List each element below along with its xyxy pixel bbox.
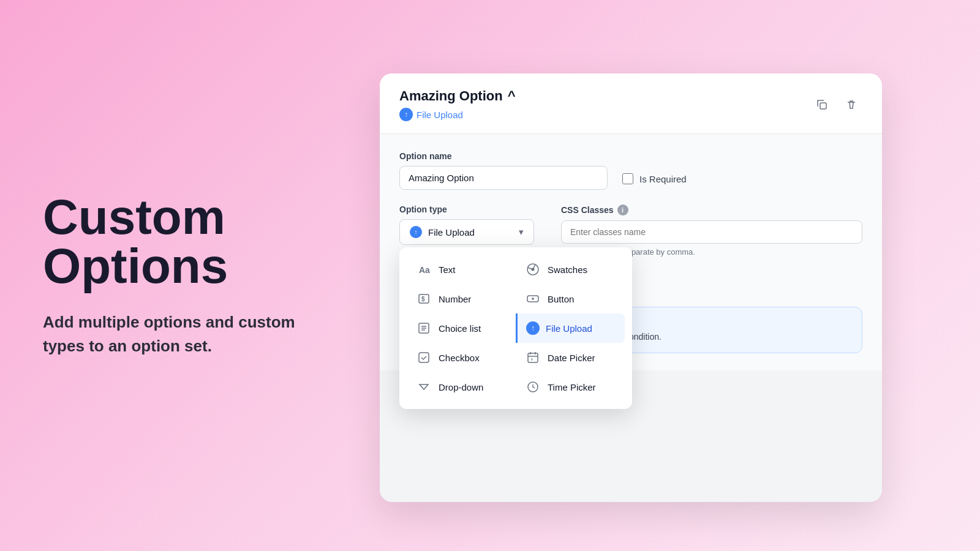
card-body: Option name Is Required Option type ↑ Fi… — [380, 134, 882, 370]
number-icon: $ — [415, 290, 432, 307]
drop-down-icon — [415, 378, 432, 395]
checkbox-icon — [415, 349, 432, 366]
left-panel: Custom Options Add multiple options and … — [0, 0, 380, 551]
svg-text:$: $ — [421, 296, 425, 302]
svg-rect-11 — [419, 353, 429, 362]
dropdown-item-choice-list[interactable]: Choice list — [407, 313, 516, 343]
hero-description: Add multiple options and custom types to… — [43, 310, 337, 358]
button-icon — [524, 290, 541, 307]
card-header-left: Amazing Option ^ ↑ File Upload — [399, 88, 516, 121]
file-upload-icon: ↑ — [526, 321, 540, 335]
option-type-section: Option type ↑ File Upload ▾ Aa — [399, 204, 546, 245]
dropdown-item-text[interactable]: Aa Text — [407, 255, 516, 284]
css-classes-input[interactable] — [561, 220, 862, 244]
is-required-group: Is Required — [622, 151, 687, 184]
dropdown-item-file-upload-label: File Upload — [546, 323, 592, 334]
dropdown-item-file-upload[interactable]: ↑ File Upload — [516, 313, 625, 343]
svg-marker-16 — [420, 384, 428, 389]
option-name-input[interactable] — [399, 166, 608, 190]
chevron-down-icon: ▾ — [519, 227, 524, 238]
upload-badge-icon: ↑ — [399, 108, 413, 121]
dropdown-item-number-label: Number — [439, 294, 471, 304]
dropdown-item-time-picker[interactable]: Time Picker — [516, 372, 625, 402]
choice-list-icon — [415, 320, 432, 337]
time-picker-icon — [524, 378, 541, 395]
css-classes-label: CSS Classes i — [561, 204, 862, 216]
option-name-label: Option name — [399, 151, 608, 161]
dropdown-menu: Aa Text — [399, 247, 632, 409]
swatches-icon — [524, 261, 541, 278]
svg-rect-0 — [820, 103, 826, 109]
card-header: Amazing Option ^ ↑ File Upload — [380, 73, 882, 134]
svg-text:Aa: Aa — [419, 265, 430, 275]
is-required-checkbox[interactable] — [622, 173, 633, 184]
dropdown-item-number[interactable]: $ Number — [407, 284, 516, 313]
svg-rect-12 — [528, 353, 538, 362]
date-picker-icon — [524, 349, 541, 366]
text-icon: Aa — [415, 261, 432, 278]
dropdown-item-drop-down-label: Drop-down — [439, 382, 483, 392]
dropdown-item-text-label: Text — [439, 264, 456, 275]
main-card: Amazing Option ^ ↑ File Upload — [380, 73, 882, 502]
svg-point-3 — [532, 268, 535, 271]
dropdown-item-swatches[interactable]: Swatches — [516, 255, 625, 284]
copy-button[interactable] — [811, 94, 833, 116]
dropdown-item-time-picker-label: Time Picker — [548, 382, 596, 392]
info-icon: i — [617, 204, 628, 216]
dropdown-item-checkbox-label: Checkbox — [439, 353, 480, 363]
caret-icon: ^ — [508, 88, 516, 104]
upload-badge-label: File Upload — [417, 110, 463, 120]
option-type-dropdown[interactable]: ↑ File Upload ▾ — [399, 219, 534, 245]
dropdown-trigger-icon: ↑ — [410, 226, 422, 238]
dropdown-item-choice-list-label: Choice list — [439, 323, 481, 334]
hero-title: Custom Options — [43, 193, 337, 291]
option-type-label: Option type — [399, 204, 546, 214]
dropdown-item-drop-down[interactable]: Drop-down — [407, 372, 516, 402]
card-header-actions — [811, 94, 862, 116]
dropdown-item-button[interactable]: Button — [516, 284, 625, 313]
upload-badge: ↑ File Upload — [399, 108, 516, 121]
dropdown-trigger-label: File Upload — [428, 227, 475, 238]
form-row-name: Option name Is Required — [399, 151, 862, 190]
option-type-row: Option type ↑ File Upload ▾ Aa — [399, 204, 862, 271]
option-title: Amazing Option ^ — [399, 88, 516, 104]
dropdown-item-checkbox[interactable]: Checkbox — [407, 343, 516, 372]
is-required-label[interactable]: Is Required — [639, 174, 687, 184]
dropdown-item-date-picker[interactable]: Date Picker — [516, 343, 625, 372]
dropdown-item-date-picker-label: Date Picker — [548, 353, 595, 363]
right-panel: Amazing Option ^ ↑ File Upload — [380, 0, 980, 551]
dropdown-item-button-label: Button — [548, 294, 574, 304]
option-name-group: Option name — [399, 151, 608, 190]
delete-button[interactable] — [840, 94, 862, 116]
dropdown-item-swatches-label: Swatches — [548, 264, 587, 275]
